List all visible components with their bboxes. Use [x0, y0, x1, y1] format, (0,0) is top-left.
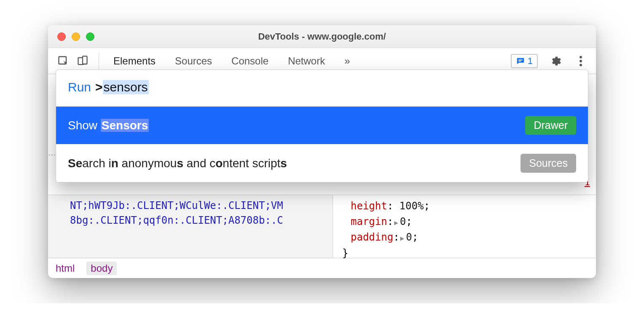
command-item-show-sensors[interactable]: Show Sensors Drawer [56, 106, 588, 144]
breadcrumb-item-html[interactable]: html [56, 262, 75, 274]
svg-point-7 [580, 64, 582, 66]
expand-triangle-icon[interactable]: ▶ [400, 234, 405, 242]
tab-sources[interactable]: Sources [175, 55, 212, 67]
panel-tabs: Elements Sources Console Network » [113, 55, 350, 67]
css-rule: margin:▶0; [351, 214, 584, 230]
devtools-window: DevTools - www.google.com/ Elements Sour… [48, 25, 596, 278]
svg-rect-2 [83, 56, 87, 64]
command-item-text: Show Sensors [68, 119, 149, 132]
tabs-overflow-icon[interactable]: » [344, 55, 350, 67]
panels: NT;hWT9Jb:.CLIENT;WCulWe:.CLIENT;VM 8bg:… [48, 195, 596, 258]
minimize-button[interactable] [72, 32, 80, 41]
expand-triangle-icon[interactable]: ▶ [394, 219, 398, 227]
chat-icon [516, 56, 525, 66]
command-item-search-scripts[interactable]: Search in anonymous and content scripts … [56, 144, 588, 182]
window-title: DevTools - www.google.com/ [48, 31, 596, 42]
css-closing-brace: } [342, 246, 584, 261]
run-label: Run [68, 80, 91, 94]
svg-rect-3 [518, 59, 522, 60]
kebab-menu-icon[interactable] [573, 54, 588, 69]
inspect-element-icon[interactable] [56, 54, 71, 69]
issues-count: 1 [528, 56, 533, 67]
styles-panel[interactable]: height: 100%; margin:▶0; padding:▶0; } [333, 195, 596, 258]
command-prefix: > [95, 80, 103, 94]
html-fragment-line: 8bg:.CLIENT;qqf0n:.CLIENT;A8708b:.C [70, 213, 321, 228]
css-rule: padding:▶0; [351, 230, 584, 245]
svg-point-5 [580, 56, 582, 58]
svg-rect-4 [518, 61, 521, 62]
command-input-row[interactable]: Run >sensors [56, 70, 588, 106]
divider [99, 53, 99, 69]
device-toolbar-icon[interactable] [75, 54, 90, 69]
elements-panel[interactable]: NT;hWT9Jb:.CLIENT;WCulWe:.CLIENT;VM 8bg:… [48, 195, 333, 258]
command-item-text: Search in anonymous and content scripts [68, 157, 287, 170]
html-fragment-line: NT;hWT9Jb:.CLIENT;WCulWe:.CLIENT;VM [70, 198, 321, 213]
tab-console[interactable]: Console [231, 55, 268, 67]
command-menu: Run >sensors Show Sensors Drawer Search … [56, 70, 588, 182]
command-query: sensors [103, 80, 149, 94]
category-badge: Drawer [525, 116, 576, 135]
svg-point-6 [580, 60, 582, 62]
titlebar: DevTools - www.google.com/ [48, 25, 596, 48]
maximize-button[interactable] [86, 32, 94, 41]
category-badge: Sources [521, 154, 576, 173]
gear-icon[interactable] [548, 54, 563, 69]
issues-badge[interactable]: 1 [511, 54, 538, 68]
drag-handle-icon[interactable]: ⋯ [48, 150, 55, 159]
tab-network[interactable]: Network [288, 55, 325, 67]
css-rule: height: 100%; [351, 198, 584, 214]
breadcrumb-item-body[interactable]: body [86, 262, 117, 275]
tabstrip-right: 1 [511, 54, 588, 69]
tab-elements[interactable]: Elements [113, 55, 156, 67]
close-button[interactable] [57, 32, 66, 41]
traffic-lights [57, 32, 94, 41]
